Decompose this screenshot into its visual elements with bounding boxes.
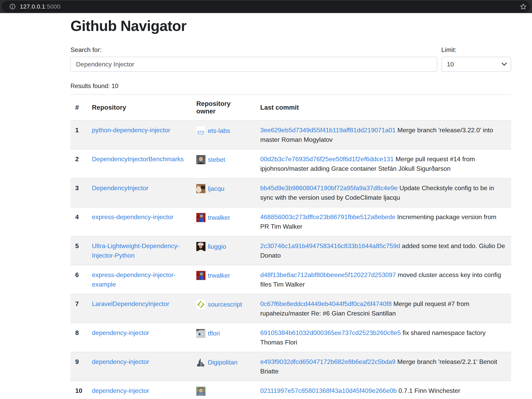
url-text: 127.0.0.1:5000 bbox=[20, 3, 60, 10]
browser-toolbar: 127.0.0.1:5000 bbox=[0, 0, 532, 13]
row-number: 6 bbox=[70, 265, 87, 294]
commit-hash-link[interactable]: 2c30746c1a91b4947583416c833b1644a85c759d bbox=[260, 242, 400, 250]
owner-link[interactable]: trwalker bbox=[208, 272, 230, 279]
table-row: 5 Ultra-Lightweight-Dependency-Injector-… bbox=[70, 236, 511, 265]
owner-cell: liuggio bbox=[191, 236, 255, 265]
owner-cell: tflori bbox=[191, 323, 255, 352]
url-bar[interactable]: 127.0.0.1:5000 bbox=[2, 1, 530, 12]
commit-cell: 00d2b3c7e76935d76f25ee50f6d1f2ef6ddce131… bbox=[255, 149, 511, 178]
url-port: :5000 bbox=[45, 3, 61, 10]
commit-cell: 0c67f6be8eddcd4449eb4044f5df0ca26f4740f8… bbox=[255, 294, 511, 323]
owner-link[interactable]: ljacqu bbox=[208, 185, 224, 192]
commit-hash-link[interactable]: 69105384b61032d000365ee737cd2523b260c8e5 bbox=[260, 329, 401, 336]
results-table: # Repository Repository owner Last commi… bbox=[70, 94, 511, 399]
row-number: 3 bbox=[70, 178, 87, 207]
repo-cell: python-dependency-injector bbox=[87, 120, 191, 149]
repo-link[interactable]: LaravelDependencyInjector bbox=[92, 300, 169, 307]
repo-link[interactable]: Ultra-Lightweight-Dependency-Injector-Py… bbox=[92, 242, 179, 259]
search-form: Search for: Limit: 10 bbox=[70, 46, 511, 72]
repo-cell: DependencyInjector bbox=[87, 178, 191, 207]
table-row: 10 dependency-injector FinnWinchester 02… bbox=[70, 381, 511, 399]
repo-link[interactable]: express-dependency-injector-example bbox=[92, 271, 176, 288]
col-header-commit: Last commit bbox=[255, 95, 511, 120]
repo-link[interactable]: python-dependency-injector bbox=[92, 127, 170, 134]
repo-link[interactable]: dependency-injector bbox=[92, 329, 149, 336]
owner-link[interactable]: tflori bbox=[208, 330, 220, 337]
row-number: 5 bbox=[70, 236, 87, 265]
limit-select[interactable]: 10 bbox=[441, 57, 511, 72]
search-label: Search for: bbox=[70, 46, 437, 54]
table-row: 3 DependencyInjector ljacqu bb45d9e3b986… bbox=[70, 178, 511, 207]
owner-cell: trwalker bbox=[191, 265, 255, 294]
owner-link[interactable]: liuggio bbox=[208, 243, 226, 250]
repo-link[interactable]: express-dependency-injector bbox=[92, 213, 173, 221]
commit-cell: 02111997e57c85801368f43a10d45f409e266e0b… bbox=[255, 381, 511, 399]
owner-cell: sourcescript bbox=[191, 294, 255, 323]
commit-cell: 3ee629eb5d7349d55f41b119aff81dd219071a01… bbox=[255, 120, 511, 149]
owner-link[interactable]: ets-labs bbox=[208, 127, 230, 134]
repo-cell: dependency-injector bbox=[87, 323, 191, 352]
commit-cell: 2c30746c1a91b4947583416c833b1644a85c759d… bbox=[255, 236, 511, 265]
commit-hash-link[interactable]: 468856003c273dffce23b86791fbbe512a8ebede bbox=[260, 213, 395, 221]
table-row: 2 DependencyInjectorBenchmarks stebet 00… bbox=[70, 149, 511, 178]
owner-cell: ETSets-labs bbox=[191, 120, 255, 149]
commit-hash-link[interactable]: 00d2b3c7e76935d76f25ee50f6d1f2ef6ddce131 bbox=[260, 155, 394, 163]
ets-logo-text: ETS bbox=[197, 130, 205, 135]
repo-link[interactable]: dependency-injector bbox=[92, 387, 149, 394]
row-number: 10 bbox=[70, 381, 87, 399]
repo-cell: LaravelDependencyInjector bbox=[87, 294, 191, 323]
commit-hash-link[interactable]: 3ee629eb5d7349d55f41b119aff81dd219071a01 bbox=[260, 127, 396, 134]
owner-avatar-lego-spaceman bbox=[196, 213, 205, 222]
row-number: 2 bbox=[70, 149, 87, 178]
commit-message: 0.7.1 Finn Winchester bbox=[399, 387, 460, 394]
repo-cell: Ultra-Lightweight-Dependency-Injector-Py… bbox=[87, 236, 191, 265]
repo-cell: express-dependency-injector-example bbox=[87, 265, 191, 294]
owner-cell: ljacqu bbox=[191, 178, 255, 207]
row-number: 8 bbox=[70, 323, 87, 352]
owner-cell: trwalker bbox=[191, 207, 255, 236]
owner-avatar-man-portrait bbox=[196, 387, 205, 396]
page-container: Github Navigator Search for: Limit: 10 R… bbox=[70, 18, 511, 399]
repo-cell: express-dependency-injector bbox=[87, 207, 191, 236]
results-summary: Results found: 10 bbox=[70, 82, 511, 90]
owner-link[interactable]: trwalker bbox=[208, 214, 230, 221]
owner-avatar-man-portrait bbox=[196, 155, 205, 164]
repo-cell: dependency-injector bbox=[87, 352, 191, 381]
table-row: 6 express-dependency-injector-example tr… bbox=[70, 265, 511, 294]
owner-cell: stebet bbox=[191, 149, 255, 178]
repo-link[interactable]: DependencyInjector bbox=[92, 184, 148, 191]
table-header-row: # Repository Repository owner Last commi… bbox=[70, 95, 511, 120]
owner-link[interactable]: Digipolitan bbox=[208, 359, 237, 366]
star-icon[interactable] bbox=[520, 3, 527, 10]
commit-hash-link[interactable]: e493f9032dfcd65047172b682e8b6eaf22c5bda9 bbox=[260, 358, 396, 365]
commit-hash-link[interactable]: d48f13be8ac712abf80bbeeee5f120227d253097 bbox=[260, 271, 396, 278]
page-title: Github Navigator bbox=[70, 18, 511, 34]
commit-cell: e493f9032dfcd65047172b682e8b6eaf22c5bda9… bbox=[255, 352, 511, 381]
owner-cell: FinnWinchester bbox=[191, 381, 255, 399]
commit-cell: 468856003c273dffce23b86791fbbe512a8ebede… bbox=[255, 207, 511, 236]
table-row: 7 LaravelDependencyInjector sourcescript… bbox=[70, 294, 511, 323]
search-input[interactable] bbox=[70, 57, 437, 72]
col-header-repo: Repository bbox=[87, 95, 191, 120]
owner-avatar-ets-logo: ETS bbox=[196, 126, 205, 135]
commit-hash-link[interactable]: bb45d9e3b98608047190bf72a95fa9a37d8c4e9e bbox=[260, 184, 398, 191]
row-number: 9 bbox=[70, 352, 87, 381]
table-row: 9 dependency-injector Digipolitan e493f9… bbox=[70, 352, 511, 381]
repo-link[interactable]: dependency-injector bbox=[92, 358, 149, 365]
commit-hash-link[interactable]: 0c67f6be8eddcd4449eb4044f5df0ca26f4740f8 bbox=[260, 300, 392, 307]
owner-avatar-building-silhouette bbox=[196, 358, 205, 367]
owner-link[interactable]: stebet bbox=[208, 156, 225, 163]
owner-avatar-lego-spaceman bbox=[196, 271, 205, 280]
col-header-num: # bbox=[70, 95, 87, 120]
row-number: 4 bbox=[70, 207, 87, 236]
repo-cell: dependency-injector bbox=[87, 381, 191, 399]
commit-hash-link[interactable]: 02111997e57c85801368f43a10d45f409e266e0b bbox=[260, 387, 397, 394]
repo-link[interactable]: DependencyInjectorBenchmarks bbox=[92, 155, 184, 163]
limit-label: Limit: bbox=[441, 46, 511, 54]
info-icon[interactable] bbox=[10, 4, 15, 10]
owner-cell: Digipolitan bbox=[191, 352, 255, 381]
owner-link[interactable]: sourcescript bbox=[208, 301, 242, 308]
row-number: 1 bbox=[70, 120, 87, 149]
owner-link[interactable]: FinnWinchester bbox=[196, 397, 241, 399]
col-header-owner: Repository owner bbox=[191, 95, 255, 120]
